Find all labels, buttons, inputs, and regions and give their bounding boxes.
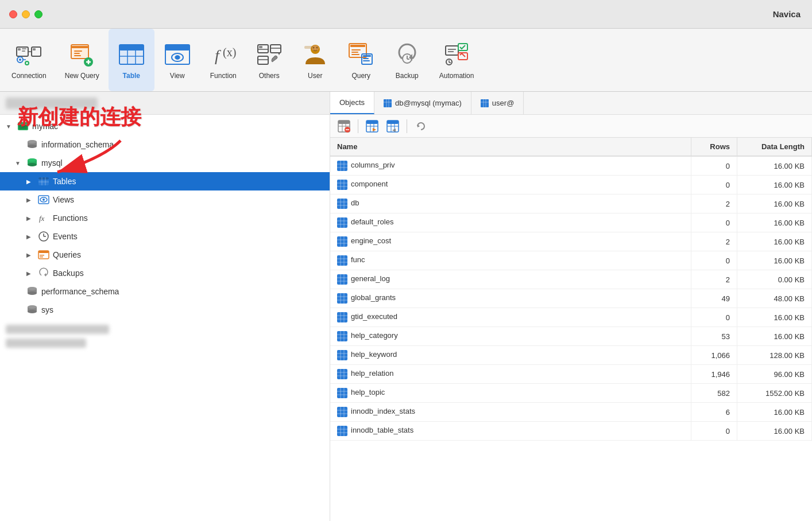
cell-rows: 53 (691, 327, 737, 346)
tab-user[interactable]: user@ (471, 92, 524, 114)
cell-name: innodb_table_stats (330, 422, 691, 441)
table-small-icon (384, 99, 392, 107)
edit-table-button[interactable] (384, 117, 402, 135)
table-row[interactable]: innodb_table_stats016.00 KB (330, 422, 812, 441)
toolbar-new-query[interactable]: New Query (56, 29, 109, 91)
svg-marker-130 (392, 129, 396, 132)
chevron-right-icon: ▶ (26, 197, 34, 203)
table-row[interactable]: engine_cost216.00 KB (330, 232, 812, 251)
col-header-rows[interactable]: Rows (691, 138, 737, 156)
col-header-data-length[interactable]: Data Length (737, 138, 812, 156)
sidebar-item-performance-schema[interactable]: ▶ performance_schema (0, 282, 330, 301)
cell-rows: 582 (691, 384, 737, 403)
table-label: Table (123, 72, 140, 80)
svg-text:f: f (215, 46, 221, 64)
cell-name: help_keyword (330, 346, 691, 365)
col-header-name[interactable]: Name (330, 138, 691, 156)
cell-data-length: 16.00 KB (737, 213, 812, 232)
toolbar-others[interactable]: Others (246, 29, 292, 91)
toolbar-table[interactable]: Table (109, 29, 154, 91)
table-row[interactable]: help_keyword1,066128.00 KB (330, 346, 812, 365)
fullscreen-button[interactable] (34, 10, 42, 18)
data-table: Name Rows Data Length columns_priv016.00… (330, 138, 812, 441)
user-icon (301, 41, 329, 68)
cell-data-length: 128.00 KB (737, 346, 812, 365)
cell-data-length: 16.00 KB (737, 308, 812, 327)
svg-rect-28 (165, 45, 190, 50)
svg-rect-177 (337, 331, 347, 341)
sidebar-item-information-schema[interactable]: ▶ information_schema (0, 135, 330, 154)
sidebar-item-functions[interactable]: ▶ fx Functions (0, 209, 330, 227)
chevron-right-icon: ▶ (26, 178, 34, 185)
svg-rect-92 (38, 251, 49, 253)
cell-rows: 0 (691, 176, 737, 195)
toolbar-function[interactable]: f (x) Function (200, 29, 246, 91)
table-row[interactable]: help_relation1,94696.00 KB (330, 365, 812, 384)
svg-point-102 (28, 310, 37, 313)
query-label: Query (351, 72, 370, 80)
table-row[interactable]: component016.00 KB (330, 176, 812, 195)
toolbar-query[interactable]: Query (338, 29, 384, 91)
table-row[interactable]: gtid_executed016.00 KB (330, 308, 812, 327)
sidebar-item-views[interactable]: ▶ Views (0, 190, 330, 209)
sidebar-header-blur (6, 98, 98, 109)
table-row[interactable]: func016.00 KB (330, 251, 812, 270)
table-row[interactable]: general_log20.00 KB (330, 270, 812, 289)
data-table-container[interactable]: Name Rows Data Length columns_priv016.00… (330, 138, 812, 521)
tables-label: Tables (53, 177, 76, 186)
others-label: Others (259, 72, 280, 80)
sidebar-item-events[interactable]: ▶ Events (0, 227, 330, 246)
svg-rect-172 (337, 312, 347, 322)
cell-name: gtid_executed (330, 308, 691, 327)
table-row[interactable]: global_grants4948.00 KB (330, 289, 812, 308)
svg-marker-95 (44, 273, 46, 277)
table-row[interactable]: default_roles016.00 KB (330, 213, 812, 232)
view-icon (164, 41, 191, 68)
cell-rows: 1,946 (691, 365, 737, 384)
database-green-icon (26, 157, 38, 169)
table-row[interactable]: help_category5316.00 KB (330, 327, 812, 346)
toolbar-connection[interactable]: Connection (2, 29, 56, 91)
table-row[interactable]: innodb_index_stats616.00 KB (330, 403, 812, 422)
sidebar-item-backups[interactable]: ▶ Backups (0, 264, 330, 282)
sidebar-item-mysql[interactable]: ▼ mysql (0, 154, 330, 172)
svg-rect-120 (366, 120, 378, 124)
svg-point-98 (28, 291, 37, 295)
toolbar-automation[interactable]: Automation (430, 29, 484, 91)
sub-toolbar (330, 115, 812, 138)
toolbar-user[interactable]: User (292, 29, 338, 91)
tab-objects-label: Objects (339, 98, 365, 107)
connection-icon (17, 120, 29, 132)
functions-icon: fx (38, 212, 49, 224)
table-row[interactable]: help_topic5821552.00 KB (330, 384, 812, 403)
tab-objects[interactable]: Objects (330, 92, 374, 114)
toolbar-view[interactable]: View (154, 29, 200, 91)
sidebar-tree: ▼ mymac ▶ (0, 115, 330, 356)
queries-icon (38, 249, 49, 260)
toolbar-backup[interactable]: Backup (384, 29, 430, 91)
svg-rect-23 (119, 45, 144, 50)
functions-label: Functions (53, 213, 88, 223)
events-icon (38, 231, 49, 242)
cell-data-length: 96.00 KB (737, 365, 812, 384)
svg-rect-1 (18, 48, 21, 50)
database-icon (26, 139, 38, 150)
minimize-button[interactable] (22, 10, 30, 18)
new-query-label: New Query (65, 72, 99, 80)
table-row[interactable]: db216.00 KB (330, 195, 812, 213)
sidebar-item-queries[interactable]: ▶ Queries (0, 246, 330, 264)
table-row[interactable]: columns_priv016.00 KB (330, 156, 812, 176)
refresh-button[interactable] (412, 117, 430, 135)
cell-name: general_log (330, 270, 691, 289)
sidebar-item-tables[interactable]: ▶ Tables (0, 172, 330, 190)
mymac-label: mymac (32, 122, 58, 131)
sidebar-item-mymac[interactable]: ▼ mymac (0, 117, 330, 135)
sidebar-item-sys[interactable]: ▶ sys (0, 301, 330, 319)
new-table-button[interactable] (363, 117, 381, 135)
svg-point-74 (28, 140, 37, 143)
close-button[interactable] (9, 10, 17, 18)
svg-rect-48 (350, 45, 365, 47)
add-table-button[interactable] (335, 117, 353, 135)
svg-rect-182 (337, 350, 347, 360)
tab-db-mysql[interactable]: db@mysql (mymac) (374, 92, 471, 114)
